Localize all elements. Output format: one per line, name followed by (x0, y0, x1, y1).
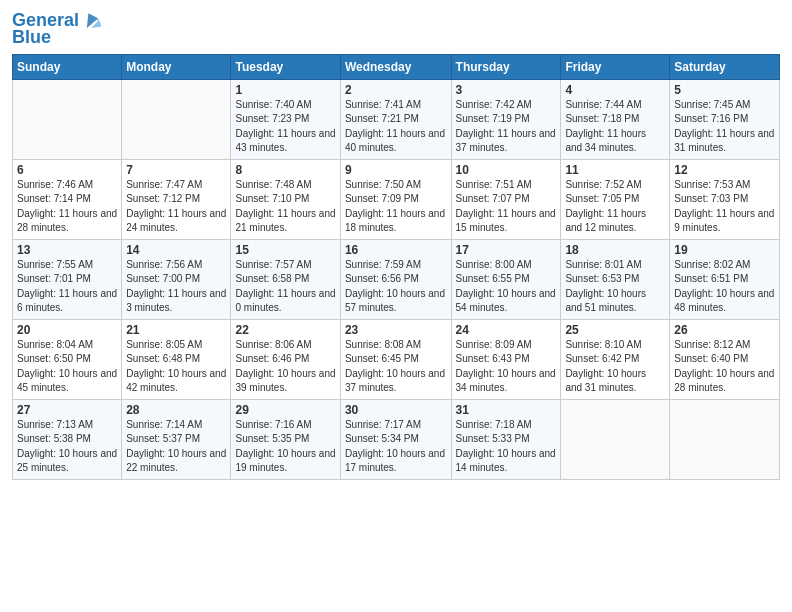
calendar-cell: 25Sunrise: 8:10 AMSunset: 6:42 PMDayligh… (561, 319, 670, 399)
calendar-cell: 14Sunrise: 7:56 AMSunset: 7:00 PMDayligh… (122, 239, 231, 319)
calendar-cell: 26Sunrise: 8:12 AMSunset: 6:40 PMDayligh… (670, 319, 780, 399)
day-number: 8 (235, 163, 335, 177)
day-number: 19 (674, 243, 775, 257)
calendar-cell: 27Sunrise: 7:13 AMSunset: 5:38 PMDayligh… (13, 399, 122, 479)
day-number: 11 (565, 163, 665, 177)
calendar-cell: 28Sunrise: 7:14 AMSunset: 5:37 PMDayligh… (122, 399, 231, 479)
calendar: SundayMondayTuesdayWednesdayThursdayFrid… (12, 54, 780, 480)
day-of-week-header: Friday (561, 54, 670, 79)
day-info: Sunrise: 7:18 AMSunset: 5:33 PMDaylight:… (456, 418, 557, 476)
day-info: Sunrise: 7:44 AMSunset: 7:18 PMDaylight:… (565, 98, 665, 156)
calendar-cell: 31Sunrise: 7:18 AMSunset: 5:33 PMDayligh… (451, 399, 561, 479)
calendar-cell: 4Sunrise: 7:44 AMSunset: 7:18 PMDaylight… (561, 79, 670, 159)
day-number: 13 (17, 243, 117, 257)
day-number: 21 (126, 323, 226, 337)
calendar-cell: 1Sunrise: 7:40 AMSunset: 7:23 PMDaylight… (231, 79, 340, 159)
day-info: Sunrise: 8:08 AMSunset: 6:45 PMDaylight:… (345, 338, 447, 396)
day-number: 10 (456, 163, 557, 177)
calendar-cell: 6Sunrise: 7:46 AMSunset: 7:14 PMDaylight… (13, 159, 122, 239)
day-of-week-header: Monday (122, 54, 231, 79)
calendar-cell: 24Sunrise: 8:09 AMSunset: 6:43 PMDayligh… (451, 319, 561, 399)
day-number: 25 (565, 323, 665, 337)
day-number: 17 (456, 243, 557, 257)
calendar-cell: 18Sunrise: 8:01 AMSunset: 6:53 PMDayligh… (561, 239, 670, 319)
calendar-cell (670, 399, 780, 479)
calendar-cell: 20Sunrise: 8:04 AMSunset: 6:50 PMDayligh… (13, 319, 122, 399)
calendar-cell: 21Sunrise: 8:05 AMSunset: 6:48 PMDayligh… (122, 319, 231, 399)
day-info: Sunrise: 8:05 AMSunset: 6:48 PMDaylight:… (126, 338, 226, 396)
day-info: Sunrise: 8:06 AMSunset: 6:46 PMDaylight:… (235, 338, 335, 396)
day-info: Sunrise: 7:52 AMSunset: 7:05 PMDaylight:… (565, 178, 665, 236)
day-of-week-header: Wednesday (340, 54, 451, 79)
calendar-cell: 15Sunrise: 7:57 AMSunset: 6:58 PMDayligh… (231, 239, 340, 319)
calendar-week-row: 13Sunrise: 7:55 AMSunset: 7:01 PMDayligh… (13, 239, 780, 319)
calendar-cell: 19Sunrise: 8:02 AMSunset: 6:51 PMDayligh… (670, 239, 780, 319)
day-number: 30 (345, 403, 447, 417)
day-info: Sunrise: 7:42 AMSunset: 7:19 PMDaylight:… (456, 98, 557, 156)
calendar-cell: 5Sunrise: 7:45 AMSunset: 7:16 PMDaylight… (670, 79, 780, 159)
calendar-week-row: 27Sunrise: 7:13 AMSunset: 5:38 PMDayligh… (13, 399, 780, 479)
day-info: Sunrise: 7:48 AMSunset: 7:10 PMDaylight:… (235, 178, 335, 236)
day-number: 6 (17, 163, 117, 177)
calendar-week-row: 6Sunrise: 7:46 AMSunset: 7:14 PMDaylight… (13, 159, 780, 239)
day-info: Sunrise: 7:50 AMSunset: 7:09 PMDaylight:… (345, 178, 447, 236)
day-info: Sunrise: 7:46 AMSunset: 7:14 PMDaylight:… (17, 178, 117, 236)
day-of-week-header: Sunday (13, 54, 122, 79)
day-number: 18 (565, 243, 665, 257)
calendar-week-row: 1Sunrise: 7:40 AMSunset: 7:23 PMDaylight… (13, 79, 780, 159)
day-number: 5 (674, 83, 775, 97)
day-number: 1 (235, 83, 335, 97)
day-info: Sunrise: 8:02 AMSunset: 6:51 PMDaylight:… (674, 258, 775, 316)
day-number: 7 (126, 163, 226, 177)
day-info: Sunrise: 7:14 AMSunset: 5:37 PMDaylight:… (126, 418, 226, 476)
day-number: 20 (17, 323, 117, 337)
day-info: Sunrise: 8:00 AMSunset: 6:55 PMDaylight:… (456, 258, 557, 316)
day-number: 3 (456, 83, 557, 97)
day-info: Sunrise: 7:51 AMSunset: 7:07 PMDaylight:… (456, 178, 557, 236)
calendar-cell: 11Sunrise: 7:52 AMSunset: 7:05 PMDayligh… (561, 159, 670, 239)
calendar-header-row: SundayMondayTuesdayWednesdayThursdayFrid… (13, 54, 780, 79)
day-info: Sunrise: 7:41 AMSunset: 7:21 PMDaylight:… (345, 98, 447, 156)
day-number: 16 (345, 243, 447, 257)
day-info: Sunrise: 7:57 AMSunset: 6:58 PMDaylight:… (235, 258, 335, 316)
logo: General Blue (12, 10, 103, 48)
day-number: 24 (456, 323, 557, 337)
day-info: Sunrise: 7:56 AMSunset: 7:00 PMDaylight:… (126, 258, 226, 316)
day-number: 9 (345, 163, 447, 177)
logo-icon (81, 10, 103, 32)
day-info: Sunrise: 8:10 AMSunset: 6:42 PMDaylight:… (565, 338, 665, 396)
logo-text-blue: Blue (12, 28, 51, 48)
calendar-cell: 9Sunrise: 7:50 AMSunset: 7:09 PMDaylight… (340, 159, 451, 239)
day-info: Sunrise: 7:17 AMSunset: 5:34 PMDaylight:… (345, 418, 447, 476)
day-number: 31 (456, 403, 557, 417)
header: General Blue (12, 10, 780, 48)
calendar-cell: 12Sunrise: 7:53 AMSunset: 7:03 PMDayligh… (670, 159, 780, 239)
calendar-week-row: 20Sunrise: 8:04 AMSunset: 6:50 PMDayligh… (13, 319, 780, 399)
calendar-cell: 22Sunrise: 8:06 AMSunset: 6:46 PMDayligh… (231, 319, 340, 399)
calendar-cell (561, 399, 670, 479)
calendar-cell: 8Sunrise: 7:48 AMSunset: 7:10 PMDaylight… (231, 159, 340, 239)
day-info: Sunrise: 8:04 AMSunset: 6:50 PMDaylight:… (17, 338, 117, 396)
calendar-cell: 10Sunrise: 7:51 AMSunset: 7:07 PMDayligh… (451, 159, 561, 239)
day-info: Sunrise: 7:16 AMSunset: 5:35 PMDaylight:… (235, 418, 335, 476)
day-number: 26 (674, 323, 775, 337)
day-of-week-header: Saturday (670, 54, 780, 79)
day-number: 2 (345, 83, 447, 97)
day-info: Sunrise: 8:12 AMSunset: 6:40 PMDaylight:… (674, 338, 775, 396)
calendar-cell (122, 79, 231, 159)
calendar-cell: 3Sunrise: 7:42 AMSunset: 7:19 PMDaylight… (451, 79, 561, 159)
day-number: 29 (235, 403, 335, 417)
day-info: Sunrise: 7:40 AMSunset: 7:23 PMDaylight:… (235, 98, 335, 156)
day-number: 14 (126, 243, 226, 257)
calendar-cell: 7Sunrise: 7:47 AMSunset: 7:12 PMDaylight… (122, 159, 231, 239)
day-info: Sunrise: 7:45 AMSunset: 7:16 PMDaylight:… (674, 98, 775, 156)
calendar-cell (13, 79, 122, 159)
day-info: Sunrise: 7:55 AMSunset: 7:01 PMDaylight:… (17, 258, 117, 316)
day-info: Sunrise: 7:59 AMSunset: 6:56 PMDaylight:… (345, 258, 447, 316)
calendar-cell: 30Sunrise: 7:17 AMSunset: 5:34 PMDayligh… (340, 399, 451, 479)
day-number: 4 (565, 83, 665, 97)
page: General Blue SundayMondayTuesdayWednesda… (0, 0, 792, 612)
day-number: 27 (17, 403, 117, 417)
day-number: 28 (126, 403, 226, 417)
day-info: Sunrise: 7:53 AMSunset: 7:03 PMDaylight:… (674, 178, 775, 236)
